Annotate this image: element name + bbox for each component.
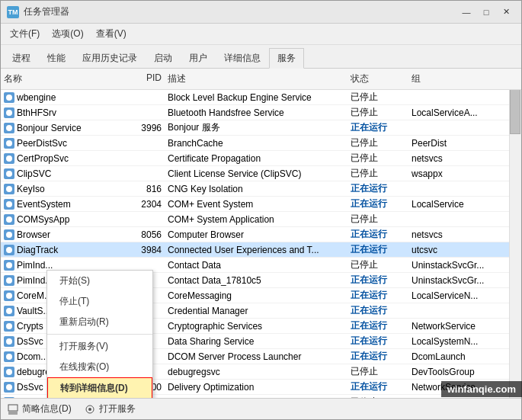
- service-desc-cell: Block Level Backup Engine Service: [165, 91, 347, 104]
- col-header-desc[interactable]: 描述: [165, 71, 347, 87]
- title-bar: TM 任务管理器 — □ ✕: [1, 1, 521, 24]
- service-pid-cell: 3996: [123, 121, 165, 135]
- service-desc-cell: CNG Key Isolation: [165, 182, 347, 196]
- service-desc-cell: COM+ System Application: [165, 213, 347, 226]
- service-group-cell: LocalServiceA...: [408, 106, 500, 120]
- menu-options[interactable]: 选项(O): [46, 25, 89, 43]
- summary-label: 简略信息(D): [22, 402, 72, 415]
- service-status-cell: 正在运行: [347, 318, 408, 334]
- summary-icon: [7, 403, 19, 415]
- service-icon: [4, 290, 14, 301]
- tab-services[interactable]: 服务: [269, 48, 304, 69]
- minimize-button[interactable]: —: [457, 5, 476, 20]
- service-desc-cell: Developer Tools Service: [165, 396, 347, 399]
- service-name-cell: BthHFSrv: [1, 106, 123, 120]
- tab-details[interactable]: 详细信息: [216, 48, 269, 68]
- service-icon: [4, 321, 14, 332]
- service-name-cell: Browser: [1, 228, 123, 242]
- service-desc-cell: COM+ Event System: [165, 197, 347, 211]
- context-menu-item-open-services[interactable]: 打开服务(V): [47, 336, 152, 357]
- table-row[interactable]: CertPropSvcCertificate Propagation已停止net…: [1, 151, 521, 166]
- table-row[interactable]: COMSysAppCOM+ System Application已停止: [1, 212, 521, 227]
- app-icon: TM: [7, 6, 19, 18]
- service-desc-cell: Bonjour 服务: [165, 120, 347, 136]
- col-header-name[interactable]: 名称: [1, 71, 123, 87]
- table-row[interactable]: Bonjour Service3996Bonjour 服务正在运行: [1, 120, 521, 136]
- context-menu-item-start[interactable]: 开始(S): [47, 271, 152, 291]
- service-icon: [4, 123, 14, 133]
- tabs-bar: 进程 性能 应用历史记录 启动 用户 详细信息 服务: [1, 45, 521, 69]
- menu-view[interactable]: 查看(V): [90, 25, 133, 43]
- maximize-button[interactable]: □: [477, 5, 495, 20]
- service-icon: [4, 92, 14, 103]
- watermark: winfanqie.com: [441, 381, 522, 397]
- service-group-cell: NetworkService: [408, 319, 500, 333]
- service-name-cell: wbengine: [1, 91, 123, 104]
- service-pid-cell: [123, 172, 165, 175]
- col-header-pid[interactable]: PID: [123, 71, 165, 87]
- table-row[interactable]: KeyIso816CNG Key Isolation正在运行: [1, 181, 521, 197]
- service-name-cell: ClipSVC: [1, 167, 123, 181]
- table-row[interactable]: BthHFSrvBluetooth Handsfree Service已停止Lo…: [1, 105, 521, 120]
- col-header-group[interactable]: 组: [408, 71, 500, 87]
- service-status-cell: 正在运行: [347, 120, 408, 136]
- service-name-cell: PeerDistSvc: [1, 136, 123, 150]
- table-row[interactable]: Browser8056Computer Browser正在运行netsvcs: [1, 227, 521, 242]
- service-status-cell: 正在运行: [347, 333, 408, 349]
- table-row[interactable]: DiagTrack3984Connected User Experiences …: [1, 242, 521, 258]
- service-name-cell: EventSystem: [1, 197, 123, 211]
- service-desc-cell: BranchCache: [165, 136, 347, 150]
- service-status-cell: 已停止: [347, 364, 408, 380]
- service-group-cell: PeerDist: [408, 136, 500, 150]
- service-pid-cell: [123, 264, 165, 267]
- service-icon: [4, 260, 14, 271]
- service-pid-cell: [123, 96, 165, 99]
- service-status-cell: 正在运行: [347, 348, 408, 364]
- summary-button[interactable]: 简略信息(D): [7, 402, 72, 415]
- service-group-cell: [408, 127, 500, 130]
- open-services-button[interactable]: 打开服务: [84, 402, 136, 415]
- scrollbar-thumb[interactable]: [510, 88, 520, 134]
- tab-app-history[interactable]: 应用历史记录: [74, 48, 146, 68]
- service-group-cell: netsvcs: [408, 152, 500, 165]
- service-group-cell: LocalSystemN...: [408, 335, 500, 348]
- context-menu-item-stop[interactable]: 停止(T): [47, 291, 152, 312]
- service-status-cell: 正在运行: [347, 272, 408, 288]
- tab-process[interactable]: 进程: [4, 48, 39, 68]
- service-status-cell: 正在运行: [347, 303, 408, 319]
- tab-performance[interactable]: 性能: [39, 48, 74, 68]
- table-header: 名称 PID 描述 状态 组: [1, 69, 521, 90]
- service-group-cell: [408, 309, 500, 313]
- menu-file[interactable]: 文件(F): [4, 25, 46, 43]
- table-row[interactable]: PeerDistSvcBranchCache已停止PeerDist: [1, 136, 521, 151]
- close-button[interactable]: ✕: [497, 5, 515, 20]
- tab-startup[interactable]: 启动: [146, 48, 181, 68]
- context-menu-item-restart[interactable]: 重新启动(R): [47, 312, 152, 332]
- service-desc-cell: Client License Service (ClipSVC): [165, 167, 347, 181]
- service-icon: [4, 275, 14, 286]
- service-status-cell: 正在运行: [347, 196, 408, 212]
- service-status-cell: 正在运行: [347, 287, 408, 303]
- services-icon: [84, 403, 96, 415]
- context-menu-item-search-online[interactable]: 在线搜索(O): [47, 357, 152, 377]
- table-row[interactable]: wbengineBlock Level Backup Engine Servic…: [1, 90, 521, 105]
- service-status-cell: 正在运行: [347, 226, 408, 242]
- table-row[interactable]: EventSystem2304COM+ Event System正在运行Loca…: [1, 197, 521, 212]
- service-group-cell: DcomLaunch: [408, 350, 500, 364]
- service-icon: [4, 214, 14, 225]
- tab-users[interactable]: 用户: [181, 48, 216, 68]
- svg-point-4: [88, 408, 91, 411]
- service-icon: [4, 138, 14, 149]
- context-menu-item-goto-detail[interactable]: 转到详细信息(D): [47, 377, 152, 398]
- service-status-cell: 正在运行: [347, 379, 408, 395]
- open-services-label: 打开服务: [99, 402, 136, 415]
- service-desc-cell: Delivery Optimization: [165, 380, 347, 394]
- service-group-cell: utcsvc: [408, 243, 500, 257]
- service-group-cell: [408, 218, 500, 221]
- service-pid-cell: 2304: [123, 197, 165, 211]
- col-header-status[interactable]: 状态: [347, 71, 408, 87]
- service-desc-cell: debugregsvc: [165, 365, 347, 379]
- scrollbar[interactable]: [509, 88, 521, 398]
- table-row[interactable]: ClipSVCClient License Service (ClipSVC)已…: [1, 166, 521, 181]
- service-desc-cell: Credential Manager: [165, 304, 347, 318]
